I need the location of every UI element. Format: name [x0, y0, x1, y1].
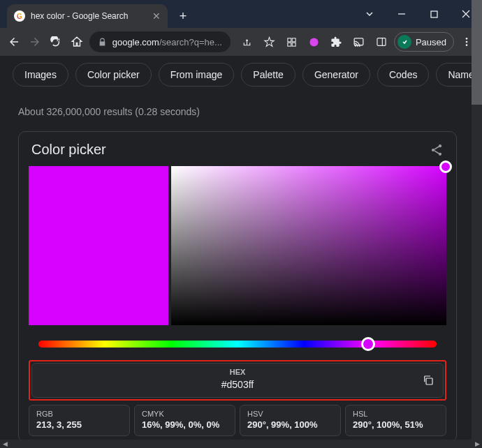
rgb-box[interactable]: RGB213, 3, 255 [29, 405, 130, 436]
chip-generator[interactable]: Generator [302, 63, 370, 87]
scroll-right-arrow[interactable]: ▶ [472, 440, 482, 447]
star-icon[interactable] [260, 32, 279, 52]
browser-toolbar: google.com/search?q=he... Paused [0, 28, 482, 56]
chip-images[interactable]: Images [13, 63, 68, 87]
hex-label: HEX [39, 368, 436, 376]
hue-cursor[interactable] [361, 337, 375, 351]
profile-button[interactable]: Paused [394, 32, 454, 52]
result-stats: About 326,000,000 results (0.28 seconds) [0, 94, 475, 127]
chip-color-picker[interactable]: Color picker [75, 63, 152, 87]
browser-tab[interactable]: G hex color - Google Search ✕ [7, 4, 168, 28]
extension-icon-1[interactable] [305, 32, 324, 52]
color-swatch [29, 166, 168, 325]
color-picker-card: Color picker HEX #d503ff RGB213, 3, 255 … [18, 131, 457, 440]
minimize-button[interactable] [386, 0, 418, 28]
svg-point-10 [401, 38, 408, 45]
svg-rect-8 [377, 38, 386, 46]
chip-codes[interactable]: Codes [377, 63, 429, 87]
svg-rect-2 [288, 38, 291, 41]
scroll-thumb[interactable] [472, 0, 482, 105]
chip-name[interactable]: Name [436, 63, 475, 87]
cast-icon[interactable] [349, 32, 369, 52]
share-icon[interactable] [238, 32, 257, 52]
reload-button[interactable] [48, 32, 64, 52]
svg-point-11 [466, 38, 468, 40]
hue-slider[interactable] [38, 341, 437, 348]
page-content: Images Color picker From image Palette G… [0, 56, 475, 440]
svg-rect-4 [288, 43, 291, 46]
hex-value-box[interactable]: HEX #d503ff [31, 363, 444, 398]
svg-point-6 [310, 38, 319, 46]
chip-from-image[interactable]: From image [159, 63, 235, 87]
hex-value: #d503ff [39, 379, 436, 390]
url-text: google.com/search?q=he... [112, 37, 222, 47]
svg-rect-1 [431, 11, 437, 17]
google-favicon: G [14, 10, 25, 22]
filter-chips: Images Color picker From image Palette G… [0, 56, 475, 94]
hex-highlight-annotation: HEX #d503ff [29, 360, 446, 401]
window-titlebar: G hex color - Google Search ✕ + [0, 0, 482, 28]
horizontal-scrollbar[interactable]: ◀ ▶ [0, 440, 482, 448]
hsv-box[interactable]: HSV290°, 99%, 100% [240, 405, 341, 436]
tab-title: hex color - Google Search [31, 11, 147, 21]
svg-rect-17 [426, 378, 432, 384]
back-button[interactable] [6, 32, 22, 52]
avatar-icon [397, 35, 411, 49]
lock-icon [98, 38, 107, 47]
collections-icon[interactable] [282, 32, 302, 52]
maximize-button[interactable] [418, 0, 450, 28]
gradient-cursor[interactable] [439, 160, 452, 173]
svg-point-12 [466, 41, 468, 43]
address-bar[interactable]: google.com/search?q=he... [89, 31, 231, 52]
tab-dropdown-icon[interactable] [353, 0, 386, 28]
svg-rect-3 [293, 38, 296, 41]
window-controls [353, 0, 482, 28]
svg-point-13 [466, 44, 468, 46]
share-icon[interactable] [430, 143, 444, 157]
new-tab-button[interactable]: + [173, 6, 193, 26]
cmyk-box[interactable]: CMYK16%, 99%, 0%, 0% [134, 405, 235, 436]
vertical-scrollbar[interactable] [472, 0, 482, 448]
color-values-row: RGB213, 3, 255 CMYK16%, 99%, 0%, 0% HSV2… [29, 405, 446, 436]
home-button[interactable] [68, 32, 85, 52]
saturation-gradient[interactable] [171, 166, 446, 325]
scroll-left-arrow[interactable]: ◀ [0, 440, 10, 447]
svg-rect-5 [293, 43, 296, 46]
chip-palette[interactable]: Palette [241, 63, 295, 87]
sidepanel-icon[interactable] [372, 32, 391, 52]
extensions-icon[interactable] [327, 32, 346, 52]
color-picker-area [29, 166, 446, 325]
copy-icon[interactable] [422, 374, 434, 387]
hsl-box[interactable]: HSL290°, 100%, 51% [345, 405, 446, 436]
forward-button[interactable] [27, 32, 43, 52]
close-tab-icon[interactable]: ✕ [152, 10, 161, 22]
card-title: Color picker [31, 142, 106, 158]
